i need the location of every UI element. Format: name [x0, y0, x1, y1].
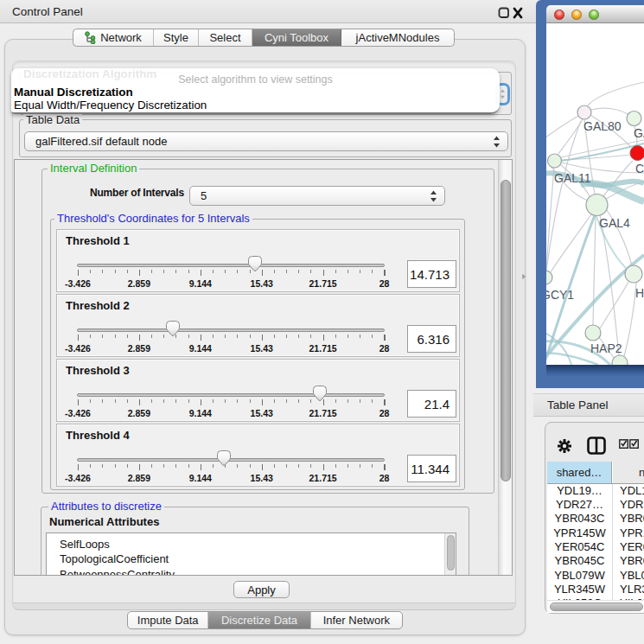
svg-text:GCY1: GCY1: [546, 288, 574, 302]
svg-text:GAL11: GAL11: [554, 171, 591, 185]
svg-text:C: C: [635, 162, 644, 175]
svg-text:GAL80: GAL80: [583, 119, 622, 133]
svg-text:HAP2: HAP2: [590, 341, 622, 355]
svg-text:H: H: [635, 286, 644, 300]
svg-text:GAL4: GAL4: [599, 216, 630, 230]
svg-text:GA: GA: [634, 126, 644, 140]
